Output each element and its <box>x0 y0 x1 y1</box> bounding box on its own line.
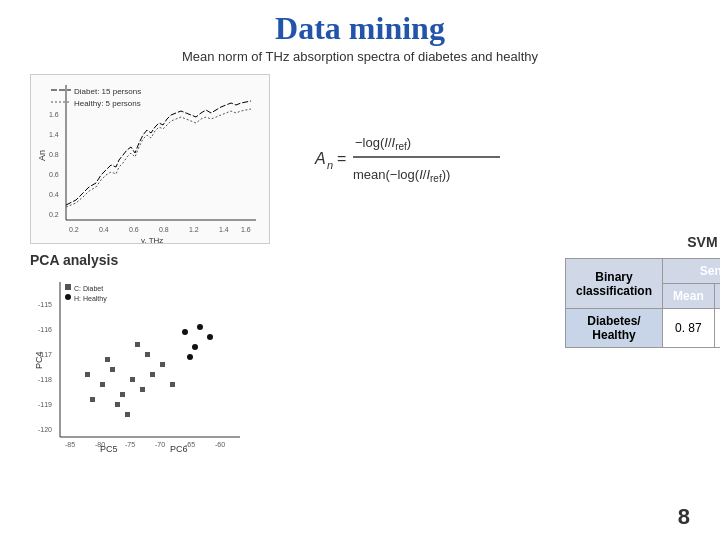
svg-text:n: n <box>327 159 333 171</box>
svg-text:-70: -70 <box>155 441 165 448</box>
svg-rect-57 <box>105 357 110 362</box>
row-name: Diabetes/ Healthy <box>566 309 663 348</box>
svg-text:1.2: 1.2 <box>189 226 199 233</box>
svg-rect-56 <box>115 402 120 407</box>
formula-box: A n = −log(I/Iref) mean(−log(I/Iref)) <box>280 74 550 244</box>
svg-text:Healthy: 5 persons: Healthy: 5 persons <box>74 99 141 108</box>
svg-rect-50 <box>110 367 115 372</box>
svg-rect-51 <box>120 392 125 397</box>
svg-rect-48 <box>85 372 90 377</box>
svg-text:-119: -119 <box>38 401 52 408</box>
left-section: Diabet: 15 persons Healthy: 5 persons An… <box>30 74 550 466</box>
svg-text:C: Diabet: C: Diabet <box>74 285 103 292</box>
svg-rect-61 <box>125 412 130 417</box>
page-title: Data mining <box>30 10 690 47</box>
svg-text:0.6: 0.6 <box>129 226 139 233</box>
svg-text:-116: -116 <box>38 326 52 333</box>
svg-text:0.4: 0.4 <box>99 226 109 233</box>
svm-table: Binary classification Sensitivity Specif… <box>565 258 720 348</box>
svg-text:0.6: 0.6 <box>49 171 59 178</box>
svg-text:-80: -80 <box>95 441 105 448</box>
svg-point-65 <box>197 324 203 330</box>
svg-rect-52 <box>130 377 135 382</box>
sens-disp-header: Dispersion <box>714 284 720 309</box>
svg-rect-62 <box>135 342 140 347</box>
svg-text:-120: -120 <box>38 426 52 433</box>
svg-rect-46 <box>65 294 71 300</box>
svg-point-63 <box>182 329 188 335</box>
svg-text:v, THz: v, THz <box>141 236 163 244</box>
svg-point-64 <box>192 344 198 350</box>
svg-text:0.8: 0.8 <box>49 151 59 158</box>
thz-chart: Diabet: 15 persons Healthy: 5 persons An… <box>30 74 270 244</box>
binary-classification-header: Binary classification <box>566 259 663 309</box>
right-section: SVM classification Binary classification… <box>565 74 720 466</box>
svg-text:−log(I/Iref): −log(I/Iref) <box>355 135 411 152</box>
svg-text:0.2: 0.2 <box>49 211 59 218</box>
pca-chart: PC4 PC5 PC6 -115 -116 -117 -118 -119 -12… <box>30 272 250 462</box>
svg-text:-75: -75 <box>125 441 135 448</box>
svg-text:H: Healthy: H: Healthy <box>74 295 107 303</box>
svg-text:-60: -60 <box>215 441 225 448</box>
svg-rect-54 <box>150 372 155 377</box>
sens-mean-header: Mean <box>663 284 715 309</box>
svg-text:0.8: 0.8 <box>159 226 169 233</box>
table-row: Diabetes/ Healthy 0. 87 0. 05 0. 91 0. 0… <box>566 309 721 348</box>
svg-text:mean(−log(I/Iref)): mean(−log(I/Iref)) <box>353 167 450 184</box>
svg-rect-44 <box>65 284 71 290</box>
svg-point-67 <box>207 334 213 340</box>
svg-text:Diabet: 15 persons: Diabet: 15 persons <box>74 87 141 96</box>
sens-disp-value: 0. 05 <box>714 309 720 348</box>
svg-text:A: A <box>314 150 326 167</box>
svg-text:1.6: 1.6 <box>49 111 59 118</box>
svg-point-66 <box>187 354 193 360</box>
svg-text:1.6: 1.6 <box>241 226 251 233</box>
svg-text:-65: -65 <box>185 441 195 448</box>
page-subtitle: Mean norm of THz absorption spectra of d… <box>30 49 690 64</box>
sens-mean-value: 0. 87 <box>663 309 715 348</box>
svg-text:0.2: 0.2 <box>69 226 79 233</box>
svg-text:-118: -118 <box>38 376 52 383</box>
svg-rect-49 <box>100 382 105 387</box>
page: Data mining Mean norm of THz absorption … <box>0 0 720 540</box>
svg-text:=: = <box>337 150 346 167</box>
svg-text:1.4: 1.4 <box>49 131 59 138</box>
svg-rect-60 <box>145 352 150 357</box>
svg-rect-53 <box>140 387 145 392</box>
svg-text:0.4: 0.4 <box>49 191 59 198</box>
pca-label: PCA analysis <box>30 252 550 268</box>
svg-text:-117: -117 <box>38 351 52 358</box>
sensitivity-header: Sensitivity <box>663 259 720 284</box>
svg-rect-58 <box>170 382 175 387</box>
svg-rect-59 <box>90 397 95 402</box>
svm-label: SVM classification <box>687 234 720 250</box>
svg-text:1.4: 1.4 <box>219 226 229 233</box>
svg-text:An: An <box>37 150 47 161</box>
pca-section: PCA analysis PC4 PC5 PC6 -115 -116 -117 … <box>30 252 550 466</box>
svg-rect-55 <box>160 362 165 367</box>
page-number: 8 <box>678 504 690 530</box>
svg-text:-115: -115 <box>38 301 52 308</box>
svg-text:-85: -85 <box>65 441 75 448</box>
